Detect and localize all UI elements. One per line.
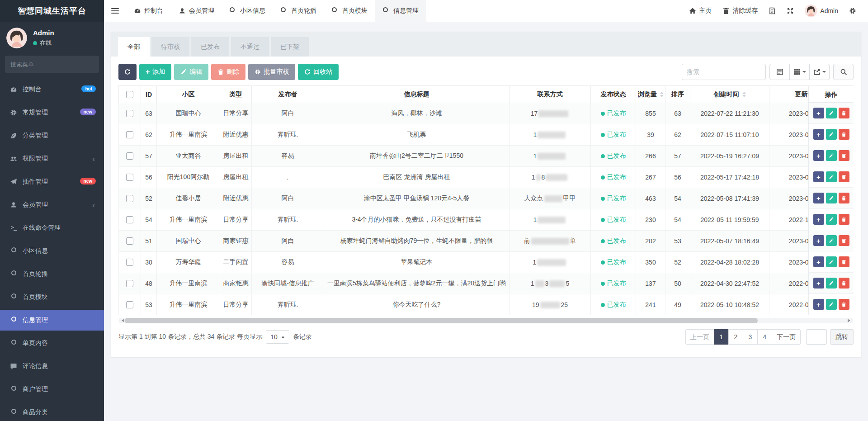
filter-tab-1[interactable]: 待审核 — [151, 37, 189, 57]
row-plus-button[interactable]: + — [813, 235, 824, 246]
row-delete-button[interactable] — [839, 214, 849, 225]
row-edit-button[interactable] — [826, 108, 837, 118]
jump-button[interactable]: 跳转 — [830, 329, 854, 345]
row-plus-button[interactable]: + — [813, 256, 824, 267]
sidebar-item-1[interactable]: 常规管理new — [0, 102, 104, 123]
select-all-checkbox[interactable] — [126, 91, 133, 98]
hamburger-menu-icon[interactable] — [104, 0, 126, 22]
row-delete-button[interactable] — [839, 150, 849, 161]
pagination-view-button[interactable] — [769, 64, 790, 80]
settings-button[interactable] — [844, 0, 862, 22]
row-plus-button[interactable]: + — [813, 108, 824, 118]
row-delete-button[interactable] — [839, 129, 849, 140]
avatar[interactable] — [6, 28, 27, 48]
row-delete-button[interactable] — [839, 278, 849, 289]
nav-item-0[interactable]: 控制台 — [126, 0, 171, 22]
sort-icon[interactable] — [660, 90, 664, 99]
row-delete-button[interactable] — [839, 171, 849, 182]
document-button[interactable] — [763, 0, 781, 22]
sidebar-item-12[interactable]: 评论信息 — [0, 356, 104, 377]
row-edit-button[interactable] — [826, 171, 837, 182]
table-search-input[interactable] — [682, 64, 766, 80]
sidebar-item-5[interactable]: 会员管理‹ — [0, 194, 104, 215]
clear-cache-button[interactable]: 清除缓存 — [717, 0, 763, 22]
row-checkbox[interactable] — [126, 152, 133, 160]
row-plus-button[interactable]: + — [813, 299, 824, 310]
nav-item-4[interactable]: 首页模块 — [324, 0, 375, 22]
row-delete-button[interactable] — [839, 235, 849, 246]
sidebar-item-14[interactable]: 商品分类 — [0, 402, 104, 421]
page-button-2[interactable]: 2 — [728, 329, 743, 345]
row-delete-button[interactable] — [839, 193, 849, 203]
columns-toggle-button[interactable] — [789, 64, 810, 80]
row-edit-button[interactable] — [826, 129, 837, 140]
page-button-4[interactable]: 4 — [757, 329, 772, 345]
row-checkbox[interactable] — [126, 110, 133, 117]
recycle-bin-button[interactable]: 回收站 — [298, 64, 339, 80]
row-plus-button[interactable]: + — [813, 214, 824, 225]
page-size-select[interactable]: 10 — [266, 330, 289, 344]
prev-page-button[interactable]: 上一页 — [685, 329, 714, 345]
sidebar-item-11[interactable]: 单页内容 — [0, 333, 104, 354]
row-plus-button[interactable]: + — [813, 193, 824, 203]
sidebar-item-8[interactable]: 首页轮播 — [0, 264, 104, 284]
row-checkbox[interactable] — [126, 174, 133, 181]
row-delete-button[interactable] — [839, 108, 849, 118]
nav-item-3[interactable]: 首页轮播 — [273, 0, 324, 22]
batch-audit-button[interactable]: 批量审核 — [248, 64, 295, 80]
sidebar-search-input[interactable] — [5, 61, 95, 68]
nav-item-1[interactable]: 会员管理 — [171, 0, 222, 22]
sidebar-item-3[interactable]: 权限管理‹ — [0, 148, 104, 169]
row-checkbox[interactable] — [126, 216, 133, 223]
row-checkbox[interactable] — [126, 195, 133, 202]
user-menu[interactable]: Admin — [799, 0, 844, 22]
fullscreen-button[interactable] — [781, 0, 799, 22]
row-edit-button[interactable] — [826, 256, 837, 267]
edit-button[interactable]: 编辑 — [174, 64, 208, 80]
nav-item-5[interactable]: 信息管理 — [375, 0, 426, 22]
row-delete-button[interactable] — [839, 299, 849, 310]
next-page-button[interactable]: 下一页 — [772, 329, 801, 345]
row-edit-button[interactable] — [826, 299, 837, 310]
sidebar-item-4[interactable]: 插件管理new — [0, 171, 104, 192]
sidebar-item-13[interactable]: 商户管理 — [0, 379, 104, 400]
row-edit-button[interactable] — [826, 235, 837, 246]
jump-page-input[interactable] — [806, 329, 827, 345]
sort-icon[interactable] — [742, 90, 746, 99]
filter-tab-0[interactable]: 全部 — [118, 37, 150, 57]
row-plus-button[interactable]: + — [813, 150, 824, 161]
sidebar-item-9[interactable]: 首页模块 — [0, 287, 104, 307]
delete-button[interactable]: 删除 — [211, 64, 245, 80]
row-edit-button[interactable] — [826, 150, 837, 161]
row-checkbox[interactable] — [126, 301, 133, 308]
sidebar-item-2[interactable]: 分类管理 — [0, 125, 104, 146]
row-plus-button[interactable]: + — [813, 171, 824, 182]
home-button[interactable]: 主页 — [684, 0, 717, 22]
search-submit-button[interactable] — [833, 64, 854, 80]
sidebar-item-0[interactable]: 控制台hot — [0, 79, 104, 100]
page-button-3[interactable]: 3 — [743, 329, 758, 345]
scroll-left-arrow[interactable] — [120, 319, 124, 322]
scroll-right-arrow[interactable] — [848, 319, 852, 322]
export-button[interactable] — [809, 64, 830, 80]
row-plus-button[interactable]: + — [813, 129, 824, 140]
filter-tab-3[interactable]: 不通过 — [231, 37, 269, 57]
refresh-button[interactable] — [118, 64, 137, 80]
scrollbar-thumb[interactable] — [125, 318, 758, 323]
sidebar-item-6[interactable]: >_在线命令管理 — [0, 218, 104, 238]
filter-tab-4[interactable]: 已下架 — [271, 37, 309, 57]
row-checkbox[interactable] — [126, 237, 133, 245]
row-edit-button[interactable] — [826, 193, 837, 203]
row-checkbox[interactable] — [126, 259, 133, 266]
row-edit-button[interactable] — [826, 214, 837, 225]
sidebar-item-7[interactable]: 小区信息 — [0, 241, 104, 261]
sidebar-item-10[interactable]: 信息管理 — [0, 310, 104, 331]
page-button-1[interactable]: 1 — [714, 329, 729, 345]
nav-item-2[interactable]: 小区信息 — [222, 0, 273, 22]
add-button[interactable]: + 添加 — [139, 64, 171, 80]
row-checkbox[interactable] — [126, 280, 133, 287]
row-edit-button[interactable] — [826, 278, 837, 289]
filter-tab-2[interactable]: 已发布 — [191, 37, 229, 57]
row-plus-button[interactable]: + — [813, 278, 824, 289]
row-delete-button[interactable] — [839, 256, 849, 267]
